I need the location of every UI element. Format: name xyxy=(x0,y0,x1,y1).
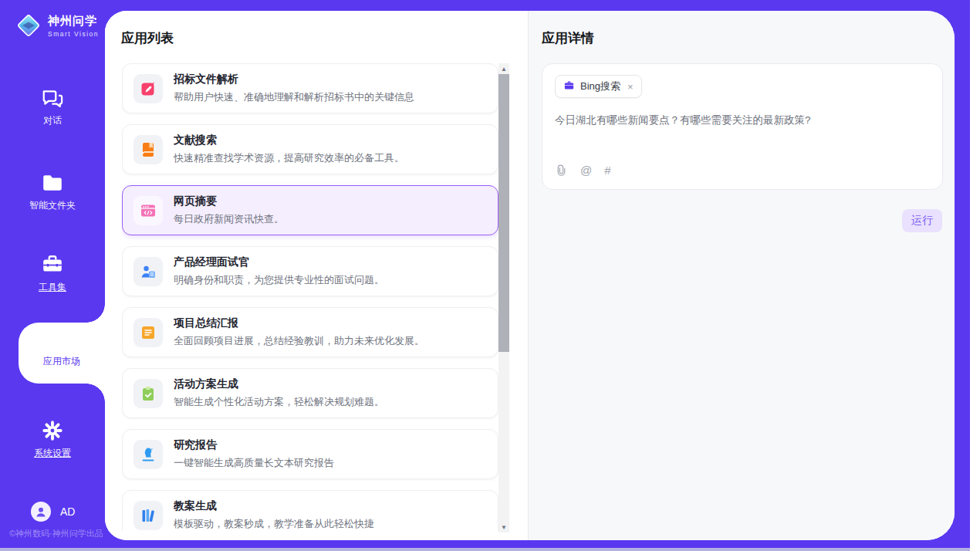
app-frame: 神州问学 Smart Vision 对话 智能文件夹 xyxy=(0,0,970,548)
app-card-title: 项目总结汇报 xyxy=(174,316,424,330)
scrollbar[interactable]: ▲ ▼ xyxy=(498,63,509,532)
report-icon xyxy=(133,440,163,469)
app-list-title: 应用列表 xyxy=(121,29,174,47)
app-card-desc: 每日政府新闻资讯快查。 xyxy=(174,212,284,226)
app-list-panel: 应用列表 招标文件解析 帮助用户快速、准确地理解和解析招标书中的关键信息 xyxy=(105,11,528,540)
app-card-desc: 明确身份和职责，为您提供专业性的面试问题。 xyxy=(174,273,384,287)
app-card-desc: 模板驱动，教案秒成，教学准备从此轻松快捷 xyxy=(174,517,374,531)
app-card-title: 产品经理面试官 xyxy=(174,255,384,269)
brand-text: 神州问学 Smart Vision xyxy=(48,14,99,38)
sidebar-item-label: 对话 xyxy=(43,114,62,127)
sidebar-item-toolset[interactable]: 工具集 xyxy=(0,253,105,294)
tool-chip-label: Bing搜索 xyxy=(580,79,620,93)
app-detail-title: 应用详情 xyxy=(542,29,594,47)
sidebar-item-settings[interactable]: 系统设置 xyxy=(0,419,105,460)
sidebar-item-label: 智能文件夹 xyxy=(29,199,76,212)
tool-chip-bing-search[interactable]: Bing搜索 × xyxy=(555,75,642,98)
folder-icon xyxy=(41,171,64,194)
browser-icon xyxy=(133,196,163,225)
mention-icon[interactable]: @ xyxy=(580,164,592,177)
app-card-title: 文献搜索 xyxy=(174,134,404,147)
app-card-desc: 帮助用户快速、准确地理解和解析招标书中的关键信息 xyxy=(174,90,414,104)
app-detail-panel: 应用详情 Bing搜索 × 今日湖北有哪些新闻要点？有哪些需要关注的最新政策? xyxy=(529,11,955,540)
paperclip-icon[interactable] xyxy=(555,164,568,177)
chat-icon xyxy=(41,86,64,110)
gear-icon xyxy=(41,419,64,442)
close-icon[interactable]: × xyxy=(627,81,634,93)
sidebar: 神州问学 Smart Vision 对话 智能文件夹 xyxy=(0,0,105,548)
app-card-desc: 快速精准查找学术资源，提高研究效率的必备工具。 xyxy=(174,151,404,165)
app-card-desc: 全面回顾项目进展，总结经验教训，助力未来优化发展。 xyxy=(174,334,424,348)
brand-subtitle: Smart Vision xyxy=(48,30,99,38)
app-card-title: 招标文件解析 xyxy=(174,73,414,86)
sidebar-item-chat[interactable]: 对话 xyxy=(0,86,105,127)
app-card-pm-interviewer[interactable]: 产品经理面试官 明确身份和职责，为您提供专业性的面试问题。 xyxy=(122,246,498,296)
books-icon xyxy=(133,501,163,530)
memo-icon xyxy=(133,318,163,347)
scroll-down-icon[interactable]: ▼ xyxy=(498,522,509,532)
app-card-literature-search[interactable]: 文献搜索 快速精准查找学术资源，提高研究效率的必备工具。 xyxy=(122,124,498,174)
user-account[interactable]: AD xyxy=(31,502,75,522)
scroll-up-icon[interactable]: ▲ xyxy=(498,63,509,74)
copyright-text: ©神州数码·神州问学出品 xyxy=(9,528,103,539)
bottom-strip xyxy=(0,548,970,551)
prompt-toolbar: @ # xyxy=(555,164,930,178)
sidebar-item-smart-folder[interactable]: 智能文件夹 xyxy=(0,171,105,212)
app-card-title: 研究报告 xyxy=(174,438,334,452)
toolbox-icon xyxy=(41,253,64,276)
app-window: 神州问学 Smart Vision 对话 智能文件夹 xyxy=(0,0,980,551)
prompt-text[interactable]: 今日湖北有哪些新闻要点？有哪些需要关注的最新政策? xyxy=(555,113,930,127)
app-card-desc: 智能生成个性化活动方案，轻松解决规划难题。 xyxy=(174,395,384,409)
sidebar-item-label: 工具集 xyxy=(39,281,66,294)
book-icon xyxy=(133,135,163,164)
brand-name: 神州问学 xyxy=(48,14,99,29)
prompt-card[interactable]: Bing搜索 × 今日湖北有哪些新闻要点？有哪些需要关注的最新政策? @ # xyxy=(542,63,943,190)
briefcase-icon xyxy=(563,79,575,94)
active-notch-top xyxy=(86,304,105,323)
user-name: AD xyxy=(60,505,75,518)
app-list: 招标文件解析 帮助用户快速、准确地理解和解析招标书中的关键信息 文献搜索 快速精… xyxy=(122,63,498,531)
app-card-project-summary[interactable]: 项目总结汇报 全面回顾项目进展，总结经验教训，助力未来优化发展。 xyxy=(122,307,498,357)
run-button[interactable]: 运行 xyxy=(902,209,942,232)
content-area: 应用列表 招标文件解析 帮助用户快速、准确地理解和解析招标书中的关键信息 xyxy=(105,11,955,540)
interviewer-icon xyxy=(133,257,163,286)
scrollbar-thumb[interactable] xyxy=(498,74,509,352)
app-card-web-summary-selected[interactable]: 网页摘要 每日政府新闻资讯快查。 xyxy=(122,185,498,235)
brand-logo: 神州问学 Smart Vision xyxy=(15,12,99,39)
app-card-bid-analysis[interactable]: 招标文件解析 帮助用户快速、准确地理解和解析招标书中的关键信息 xyxy=(122,63,498,113)
app-card-title: 活动方案生成 xyxy=(174,377,384,391)
avatar xyxy=(31,502,51,522)
clipboard-check-icon xyxy=(133,379,163,408)
sidebar-item-label: 系统设置 xyxy=(34,447,71,460)
app-card-event-plan[interactable]: 活动方案生成 智能生成个性化活动方案，轻松解决规划难题。 xyxy=(122,368,498,418)
sidebar-item-app-market-active[interactable]: 应用市场 xyxy=(19,323,105,384)
hash-icon[interactable]: # xyxy=(604,164,610,177)
app-card-desc: 一键智能生成高质量长文本研究报告 xyxy=(174,456,334,470)
brand-diamond-icon xyxy=(15,12,42,39)
sidebar-item-label: 应用市场 xyxy=(43,355,80,368)
app-card-title: 教案生成 xyxy=(174,499,374,513)
app-card-research-report[interactable]: 研究报告 一键智能生成高质量长文本研究报告 xyxy=(122,429,498,479)
pen-square-icon xyxy=(133,74,163,103)
app-card-lesson-plan[interactable]: 教案生成 模板驱动，教案秒成，教学准备从此轻松快捷 xyxy=(122,490,498,531)
app-card-title: 网页摘要 xyxy=(174,194,284,208)
active-notch-bottom xyxy=(86,384,105,402)
